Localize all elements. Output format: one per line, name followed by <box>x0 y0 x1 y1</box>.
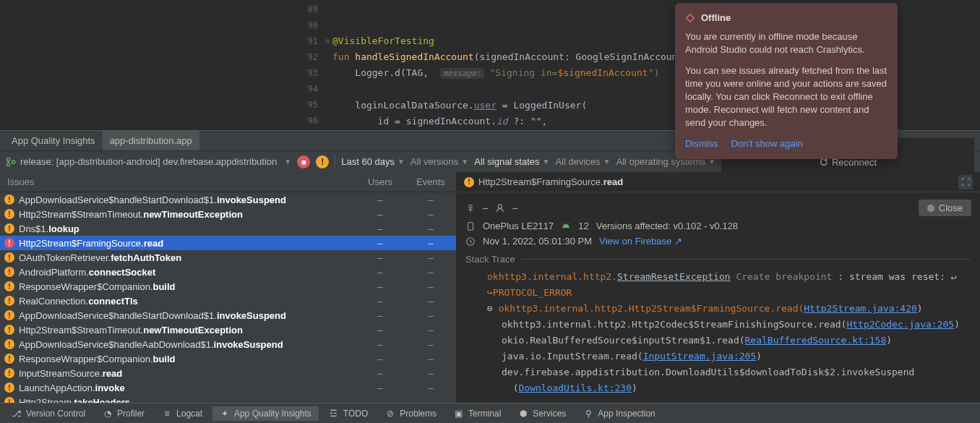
svg-point-0 <box>7 158 9 161</box>
tab-app-inspection[interactable]: ⚲App Inspection <box>576 406 662 421</box>
stack-link[interactable]: RealBufferedSource.kt:158 <box>745 335 887 346</box>
issue-row[interactable]: !AndroidPlatform.connectSocket–– <box>0 265 456 279</box>
events-count: – <box>405 296 456 307</box>
users-count: – <box>355 238 405 249</box>
popup-dismiss-link[interactable]: Dismiss <box>685 137 718 150</box>
events-count: – <box>405 252 456 263</box>
issue-row[interactable]: !Http2Stream$StreamTimeout.newTimeoutExc… <box>0 207 456 221</box>
events-count: – <box>405 325 456 336</box>
issue-row[interactable]: !OAuthTokenRetriever.fetchAuthToken–– <box>0 250 456 265</box>
tab-logcat[interactable]: ≡Logcat <box>155 406 210 421</box>
issue-severity-icon: ! <box>464 177 474 187</box>
col-users[interactable]: Users <box>355 176 405 187</box>
stack-link[interactable]: InputStream.java:205 <box>643 351 757 362</box>
problems-icon: ⊘ <box>385 409 395 419</box>
inspection-icon: ⚲ <box>583 409 593 419</box>
release-selector[interactable]: release: [app-distribution-android] dev.… <box>6 156 291 167</box>
tab-profiler[interactable]: ◔Profiler <box>95 406 152 421</box>
issue-title: ResponseWrapper$Companion.build <box>19 354 355 364</box>
issue-row[interactable]: !Http2Stream.takeHeaders–– <box>0 395 456 403</box>
users-count: – <box>355 223 405 234</box>
issue-title: Dns$1.lookup <box>19 223 355 234</box>
severity-icon: ! <box>4 383 14 393</box>
detail-header: ! Http2Stream$FramingSource.read ⛶ <box>457 172 980 192</box>
col-issues[interactable]: Issues <box>0 176 355 187</box>
popup-body-2: You can see issues already fetched from … <box>685 64 887 130</box>
close-button[interactable]: Close <box>919 200 971 216</box>
separator <box>335 155 335 168</box>
tab-aqi[interactable]: ✦App Quality Insights <box>212 406 319 421</box>
severity-icon: ! <box>4 238 14 248</box>
events-count: – <box>405 383 456 393</box>
issue-row[interactable]: !AppDownloadService$handleStartDownload$… <box>0 308 456 322</box>
stop-button[interactable]: ■ <box>297 155 310 168</box>
device-label: OnePlus LE2117 <box>483 221 554 231</box>
issue-row[interactable]: !LaunchAppAction.invoke–– <box>0 380 456 395</box>
stack-link[interactable]: DownloadUtils.kt:230 <box>518 383 632 393</box>
svg-point-2 <box>12 160 14 163</box>
events-count: – <box>405 238 456 249</box>
device-icon <box>465 221 476 231</box>
tab-app-distribution[interactable]: app-distribution.app <box>103 131 199 150</box>
aqi-icon: ✦ <box>220 409 230 419</box>
issue-row[interactable]: !Http2Stream$FramingSource.read–– <box>0 236 456 250</box>
services-icon: ⬢ <box>518 409 528 419</box>
release-label: release: [app-distribution-android] dev.… <box>20 156 277 167</box>
issue-row[interactable]: !ResponseWrapper$Companion.build–– <box>0 351 456 366</box>
events-count: – <box>405 195 456 205</box>
popup-dont-show-link[interactable]: Don't show again <box>731 137 803 150</box>
issue-row[interactable]: !Http2Stream$StreamTimeout.newTimeoutExc… <box>0 322 456 337</box>
logcat-icon: ≡ <box>162 409 172 419</box>
filter-signals[interactable]: All signal states▼ <box>474 156 549 167</box>
users-count: – <box>355 209 405 220</box>
tab-app-quality-insights[interactable]: App Quality Insights <box>4 131 103 150</box>
issue-list[interactable]: !AppDownloadService$handleStartDownload$… <box>0 192 456 403</box>
tab-services[interactable]: ⬢Services <box>511 406 573 421</box>
events-count: – <box>405 223 456 234</box>
filter-days[interactable]: Last 60 days▼ <box>341 156 405 167</box>
tab-todo[interactable]: ☲TODO <box>322 406 375 421</box>
chevron-down-icon: ▼ <box>284 158 291 166</box>
expand-icon[interactable]: ⛶ <box>958 175 973 189</box>
events-count: – <box>405 368 456 379</box>
col-events[interactable]: Events <box>405 176 456 187</box>
issue-title: InputStreamSource.read <box>19 368 355 379</box>
warning-indicator[interactable]: ! <box>316 155 329 168</box>
stack-link[interactable]: Http2Codec.java:205 <box>846 319 954 330</box>
branch-icon <box>6 157 16 167</box>
issue-row[interactable]: !AppDownloadService$handleAabDownload$1.… <box>0 337 456 351</box>
create-breakpoint-link[interactable]: Create breakpoint <box>736 271 832 282</box>
detail-panel: ! Http2Stream$FramingSource.read ⛶ – – C… <box>457 172 980 403</box>
issue-row[interactable]: !RealConnection.connectTls–– <box>0 294 456 308</box>
users-count: – <box>355 310 405 321</box>
filter-devices[interactable]: All devices▼ <box>555 156 610 167</box>
api-label: 12 <box>578 221 588 231</box>
users-count: – <box>355 252 405 263</box>
issue-row[interactable]: !ResponseWrapper$Companion.build–– <box>0 279 456 294</box>
stack-link[interactable]: Http2Stream.java:420 <box>804 303 917 314</box>
issue-title: Http2Stream$StreamTimeout.newTimeoutExce… <box>19 209 355 220</box>
stack-trace[interactable]: okhttp3.internal.http2.StreamResetExcept… <box>465 269 971 396</box>
issue-row[interactable]: !Dns$1.lookup–– <box>0 221 456 236</box>
tab-problems[interactable]: ⊘Problems <box>378 406 444 421</box>
svg-point-3 <box>499 204 502 208</box>
terminal-icon: ▣ <box>454 409 464 419</box>
tab-terminal[interactable]: ▣Terminal <box>447 406 508 421</box>
user-icon <box>495 203 505 213</box>
issue-title: AndroidPlatform.connectSocket <box>19 267 355 278</box>
issue-title: Http2Stream$StreamTimeout.newTimeoutExce… <box>19 325 355 336</box>
issue-row[interactable]: !InputStreamSource.read–– <box>0 366 456 380</box>
vcs-icon: ⎇ <box>12 409 22 419</box>
events-count: – <box>405 339 456 350</box>
filter-versions[interactable]: All versions▼ <box>411 156 468 167</box>
users-count: – <box>355 397 405 403</box>
fold-icon[interactable]: ⊖ <box>325 33 330 49</box>
tab-version-control[interactable]: ⎇Version Control <box>4 406 93 421</box>
view-on-firebase-link[interactable]: View on Firebase ↗ <box>599 236 682 247</box>
svg-rect-4 <box>468 222 473 230</box>
issues-header: Issues Users Events <box>0 172 456 192</box>
severity-icon: ! <box>4 195 14 205</box>
issue-row[interactable]: !AppDownloadService$handleStartDownload$… <box>0 192 456 207</box>
meta-sep: – <box>512 202 517 213</box>
profiler-icon: ◔ <box>103 409 113 419</box>
